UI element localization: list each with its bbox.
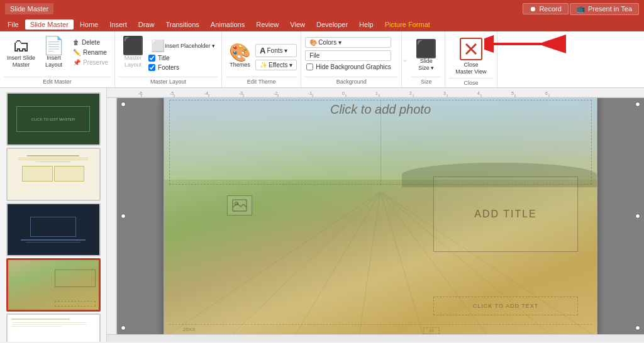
colors-dropdown[interactable]: 🎨 Colors ▾	[305, 37, 391, 48]
colors-icon: 🎨	[309, 39, 317, 46]
slide-panel[interactable]: CLICK TO EDIT MASTER	[0, 88, 107, 342]
hide-bg-graphics-checkbox[interactable]: Hide Background Graphics	[305, 63, 391, 71]
thumb-2-content	[8, 149, 99, 200]
svg-text:-2: -2	[274, 91, 277, 95]
edit-master-label: Edit Master	[4, 77, 111, 85]
background-expand-icon[interactable]: ⌵	[403, 57, 406, 63]
record-button[interactable]: ⏺ Record	[523, 3, 568, 14]
menu-developer[interactable]: Developer	[311, 19, 353, 30]
menu-view[interactable]: View	[285, 19, 310, 30]
slide-content[interactable]: Click to add photo	[164, 98, 597, 334]
close-master-view-icon	[460, 38, 482, 60]
thumb-3-content	[30, 217, 76, 237]
selection-handle-left	[121, 214, 126, 219]
svg-text:-5: -5	[170, 91, 174, 95]
ribbon-group-size: ⬛ SlideSize ▾ Size	[408, 31, 445, 87]
themes-icon: 🎨	[229, 44, 251, 62]
svg-marker-4	[538, 35, 566, 53]
ribbon: 🗂 Insert SlideMaster 📄 InsertLayout 🗑 De…	[0, 31, 644, 88]
themes-button[interactable]: 🎨 Themes	[226, 42, 254, 70]
footers-checkbox[interactable]: Footers	[148, 63, 218, 72]
slide-thumbnail-1[interactable]: CLICK TO EDIT MASTER	[6, 92, 101, 146]
ribbon-group-edit-theme: 🎨 Themes A Fonts ▾ ✨ Effects ▾ Edit Them…	[222, 31, 301, 87]
slide-canvas[interactable]: Click to add photo	[117, 98, 644, 334]
menu-review[interactable]: Review	[251, 19, 284, 30]
menu-file[interactable]: File	[3, 19, 24, 30]
selection-handle-bottom-right	[635, 325, 640, 330]
selection-handle-bottom-left	[121, 325, 126, 330]
slide-subtitle-box[interactable]: CLICK TO ADD TEXT	[433, 297, 578, 315]
svg-text:5: 5	[511, 91, 514, 95]
menu-slide-master[interactable]: Slide Master	[25, 19, 74, 30]
ribbon-group-master-layout: ⬛ MasterLayout ⬜ Insert Placeholder ▾ Ti…	[115, 31, 222, 87]
slide-size-icon: ⬛	[415, 40, 437, 58]
rename-button[interactable]: ✏️ Rename	[70, 48, 111, 57]
slide-thumbnail-4[interactable]	[6, 258, 101, 312]
svg-text:6: 6	[545, 91, 548, 95]
slide-thumbnail-3[interactable]	[6, 203, 101, 256]
slide-size-button[interactable]: ⬛ SlideSize ▾	[412, 38, 441, 74]
svg-text:-1: -1	[308, 91, 312, 95]
svg-line-36	[359, 192, 380, 334]
delete-button[interactable]: 🗑 Delete	[70, 38, 111, 47]
master-layout-label: Master Layout	[119, 77, 218, 85]
main-content: CLICK TO EDIT MASTER	[0, 88, 644, 342]
edit-theme-label: Edit Theme	[226, 77, 297, 85]
ribbon-group-edit-master: 🗂 Insert SlideMaster 📄 InsertLayout 🗑 De…	[0, 31, 115, 87]
annotation-arrow	[484, 28, 566, 61]
background-styles-dropdown[interactable]: File	[305, 50, 391, 61]
ribbon-group-background: 🎨 Colors ▾ File Hide Background Graphics…	[301, 31, 402, 87]
selection-handle-top-left	[121, 102, 126, 107]
bottom-dashed-line	[169, 324, 592, 325]
preserve-button[interactable]: 📌 Preserve	[70, 58, 111, 67]
menu-help[interactable]: Help	[354, 19, 379, 30]
insert-placeholder-icon: ⬜	[151, 40, 165, 52]
menu-draw[interactable]: Draw	[133, 19, 160, 30]
menu-picture-format[interactable]: Picture Format	[380, 19, 435, 30]
insert-placeholder-button[interactable]: ⬜ Insert Placeholder ▾	[148, 39, 218, 53]
preserve-icon: 📌	[73, 59, 80, 66]
slide-subtitle-text: CLICK TO ADD TEXT	[473, 303, 539, 309]
ribbon-group-close: CloseMaster View Close	[445, 31, 497, 87]
thumb-4-content	[8, 260, 99, 310]
background-label: Background	[305, 77, 397, 85]
insert-layout-button[interactable]: 📄 InsertLayout	[40, 35, 68, 70]
menu-insert[interactable]: Insert	[104, 19, 132, 30]
present-button[interactable]: 📺 Present in Tea	[570, 3, 639, 15]
title-bar: Slide Master ⏺ Record 📺 Present in Tea	[0, 0, 644, 18]
canvas-area: Click to add photo	[107, 98, 644, 334]
close-master-view-button[interactable]: CloseMaster View	[449, 35, 492, 78]
slide-title-box[interactable]: ADD TITLE	[433, 177, 578, 252]
title-checkbox[interactable]: Title	[148, 54, 218, 62]
menu-home[interactable]: Home	[75, 19, 103, 30]
delete-icon: 🗑	[73, 39, 79, 46]
rename-icon: ✏️	[73, 49, 80, 56]
svg-text:3: 3	[443, 91, 446, 95]
selection-handle-top-right	[635, 102, 640, 107]
svg-line-37	[380, 192, 424, 334]
svg-line-33	[164, 192, 380, 334]
effects-icon: ✨	[260, 62, 267, 68]
effects-dropdown[interactable]: ✨ Effects ▾	[255, 60, 297, 70]
slide-thumbnail-5[interactable]	[6, 313, 101, 342]
file-menu[interactable]: Slide Master	[5, 3, 53, 14]
svg-text:-3: -3	[239, 91, 243, 95]
svg-text:2: 2	[409, 91, 412, 95]
horizontal-ruler: -6 -5 -4 -3 -2 -1 0 1 2 3 4 5 6	[107, 88, 644, 98]
horizontal-scrollbar[interactable]	[107, 334, 644, 342]
slide-thumbnail-2[interactable]	[6, 148, 101, 201]
thumb-5-content	[8, 315, 99, 342]
menu-animations[interactable]: Animations	[206, 19, 250, 30]
svg-text:1: 1	[375, 91, 378, 95]
record-icon: ⏺	[530, 5, 536, 13]
slide-title-text: ADD TITLE	[474, 209, 537, 220]
slide-photo-icon[interactable]	[227, 195, 252, 215]
fonts-dropdown[interactable]: A Fonts ▾	[255, 44, 297, 57]
center-vline	[380, 100, 381, 185]
insert-slide-master-button[interactable]: 🗂 Insert SlideMaster	[4, 35, 38, 70]
menu-transitions[interactable]: Transitions	[160, 19, 204, 30]
insert-layout-icon: 📄	[43, 37, 65, 55]
master-layout-button[interactable]: ⬛ MasterLayout	[119, 35, 147, 70]
vertical-ruler	[107, 98, 117, 334]
title-bar-right: ⏺ Record 📺 Present in Tea	[523, 3, 639, 15]
